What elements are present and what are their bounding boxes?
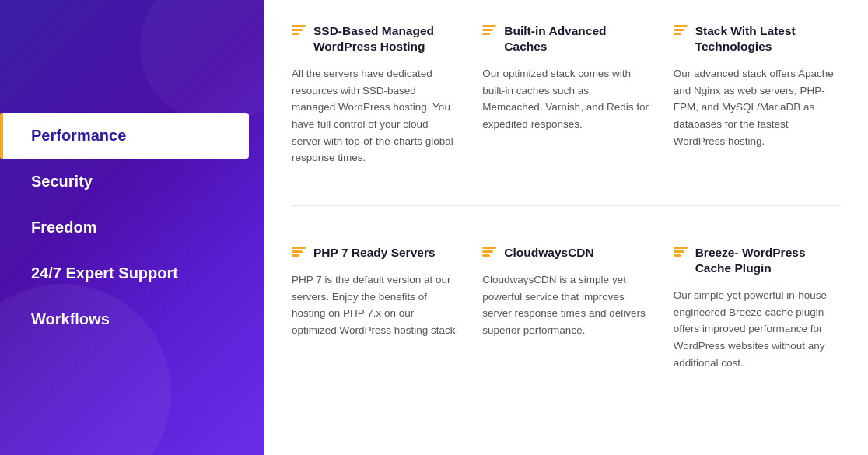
- feature-card-breeze: Breeze- WordPress Cache Plugin Our simpl…: [674, 245, 841, 371]
- feature-title: Built-in Advanced Caches: [504, 23, 649, 54]
- feature-title-row: CloudwaysCDN: [482, 245, 649, 261]
- sidebar-item-support[interactable]: 24/7 Expert Support: [0, 250, 249, 296]
- feature-desc: PHP 7 is the default version at our serv…: [292, 271, 459, 338]
- feature-title: CloudwaysCDN: [504, 245, 593, 261]
- feature-title: PHP 7 Ready Servers: [313, 245, 436, 261]
- feature-title-row: Breeze- WordPress Cache Plugin: [674, 245, 841, 276]
- feature-title-row: SSD-Based Managed WordPress Hosting: [292, 23, 459, 54]
- feature-title: Stack With Latest Technologies: [695, 23, 841, 54]
- feature-icon: [674, 247, 688, 257]
- feature-title: Breeze- WordPress Cache Plugin: [695, 245, 841, 276]
- sidebar-item-freedom[interactable]: Freedom: [0, 205, 249, 250]
- feature-icon: [482, 25, 496, 35]
- feature-desc: Our advanced stack offers Apache and Ngi…: [674, 65, 841, 149]
- sidebar-item-workflows[interactable]: Workflows: [0, 296, 249, 342]
- feature-title-row: Stack With Latest Technologies: [674, 23, 841, 54]
- feature-card-php7: PHP 7 Ready Servers PHP 7 is the default…: [292, 245, 459, 371]
- feature-icon: [482, 247, 496, 257]
- main-content: SSD-Based Managed WordPress Hosting All …: [264, 0, 868, 455]
- sidebar-nav: Performance Security Freedom 24/7 Expert…: [0, 113, 249, 342]
- sidebar-item-security[interactable]: Security: [0, 159, 249, 205]
- feature-desc: Our optimized stack comes with built-in …: [482, 65, 649, 132]
- feature-title-row: PHP 7 Ready Servers: [292, 245, 459, 261]
- feature-desc: Our simple yet powerful in-house enginee…: [674, 287, 841, 371]
- feature-card-ssd-hosting: SSD-Based Managed WordPress Hosting All …: [292, 23, 459, 166]
- feature-icon: [292, 247, 306, 257]
- feature-card-latest-tech: Stack With Latest Technologies Our advan…: [674, 23, 841, 166]
- feature-card-caches: Built-in Advanced Caches Our optimized s…: [482, 23, 649, 166]
- feature-icon: [674, 25, 688, 35]
- features-grid: SSD-Based Managed WordPress Hosting All …: [292, 23, 841, 371]
- feature-desc: All the servers have dedicated resources…: [292, 65, 459, 166]
- feature-icon: [292, 25, 306, 35]
- sidebar-item-performance[interactable]: Performance: [0, 113, 249, 159]
- feature-desc: CloudwaysCDN is a simple yet powerful se…: [482, 271, 649, 338]
- feature-title-row: Built-in Advanced Caches: [482, 23, 649, 54]
- feature-title: SSD-Based Managed WordPress Hosting: [313, 23, 459, 54]
- sidebar: Performance Security Freedom 24/7 Expert…: [0, 0, 264, 455]
- feature-card-cdn: CloudwaysCDN CloudwaysCDN is a simple ye…: [482, 245, 649, 371]
- row-divider: [292, 205, 841, 206]
